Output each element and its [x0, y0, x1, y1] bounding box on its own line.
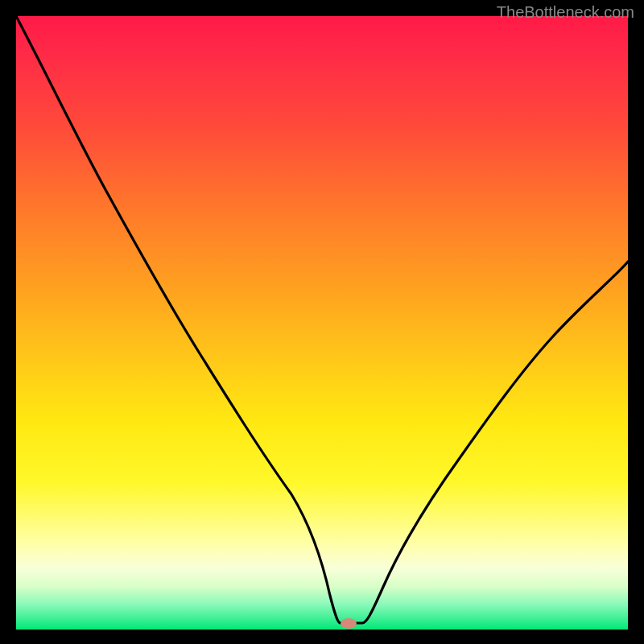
bottleneck-curve — [16, 16, 628, 630]
watermark-text: TheBottleneck.com — [497, 3, 634, 22]
optimal-point-marker — [341, 618, 357, 629]
curve-path — [16, 16, 628, 623]
bottleneck-chart — [16, 16, 628, 630]
